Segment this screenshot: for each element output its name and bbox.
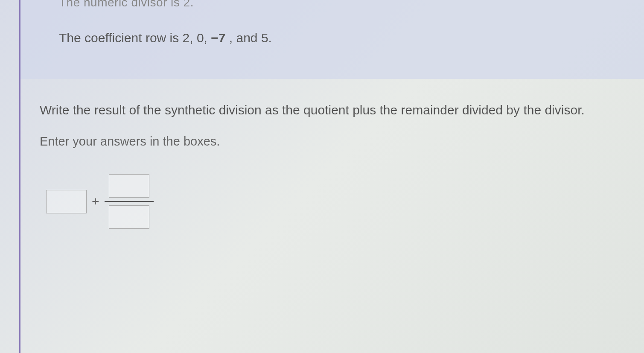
divisor-hint-text: The numeric divisor is 2. [59, 0, 618, 9]
fraction-line [105, 201, 154, 202]
coefficient-prefix: The coefficient row is 2, 0, [59, 31, 211, 45]
numerator-input[interactable] [109, 174, 149, 198]
question-section: Write the result of the synthetic divisi… [20, 79, 644, 229]
instruction-text: Write the result of the synthetic divisi… [40, 100, 618, 120]
coefficient-bold-value: −7 [211, 31, 225, 45]
coefficient-row-text: The coefficient row is 2, 0, −7 , and 5. [59, 31, 618, 45]
coefficient-suffix: , and 5. [226, 31, 272, 45]
hint-section: The numeric divisor is 2. The coefficien… [20, 0, 644, 79]
enter-prompt-text: Enter your answers in the boxes. [40, 134, 618, 149]
content-wrapper: The numeric divisor is 2. The coefficien… [20, 0, 644, 353]
plus-sign: + [92, 194, 99, 209]
answer-expression: + [46, 174, 618, 229]
quotient-input[interactable] [46, 190, 87, 213]
fraction-wrapper [105, 174, 154, 229]
denominator-input[interactable] [109, 205, 149, 229]
